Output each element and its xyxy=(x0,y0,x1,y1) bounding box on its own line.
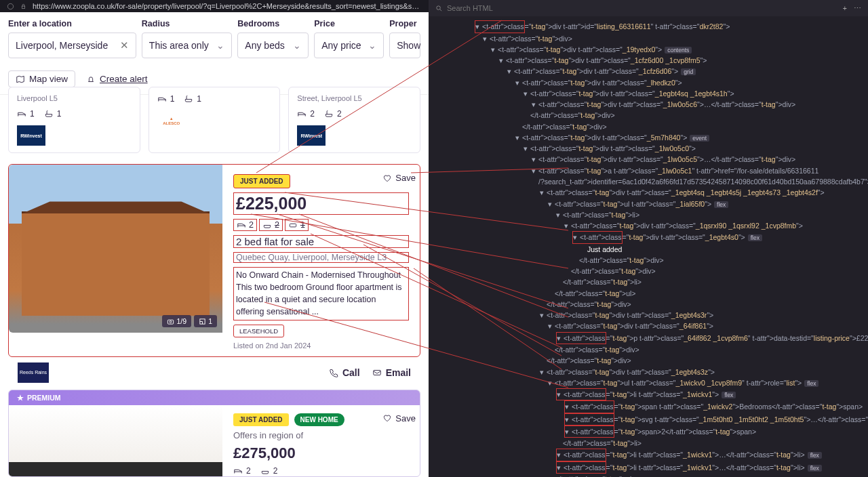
map-icon xyxy=(16,75,25,84)
svg-rect-2 xyxy=(168,320,174,324)
save-button[interactable]: Save xyxy=(382,173,416,183)
heart-icon xyxy=(382,413,392,423)
floorplan-counter: 1 xyxy=(194,315,217,327)
save-button[interactable]: Save xyxy=(382,413,416,423)
premium-badge: ★ PREMIUM xyxy=(9,390,420,405)
camera-icon xyxy=(167,318,174,325)
partial-cards-row: Liverpool L5 1 1 RWinvest 1 1 ▲ALESCO St… xyxy=(0,87,429,157)
listing-card-partial[interactable]: Street, Liverpool L5 2 2 RWinvest xyxy=(288,87,420,153)
new-home-badge: NEW HOME xyxy=(294,413,344,426)
listing-photo[interactable]: 1/9 1 xyxy=(9,165,222,333)
listing-card-partial[interactable]: Liverpool L5 1 1 RWinvest xyxy=(8,87,140,153)
lock-icon xyxy=(20,3,27,10)
bath-icon xyxy=(260,466,270,476)
chevron-down-icon: ⌄ xyxy=(216,40,224,51)
heart-icon xyxy=(382,173,392,183)
chevron-down-icon: ⌄ xyxy=(293,40,301,51)
agent-logo: Reeds Rains xyxy=(18,362,49,383)
search-icon xyxy=(435,5,443,12)
more-icon[interactable]: ⋯ xyxy=(854,3,861,14)
page-url[interactable]: https://www.zoopla.co.uk/for-sale/proper… xyxy=(33,2,422,10)
browser-address-bar: https://www.zoopla.co.uk/for-sale/proper… xyxy=(0,0,429,12)
svg-point-3 xyxy=(170,320,172,323)
svg-rect-5 xyxy=(290,224,296,227)
dom-search-bar: + ⋯ xyxy=(429,0,868,16)
listing-photo[interactable] xyxy=(9,405,222,478)
listing-card-partial[interactable]: 1 1 ▲ALESCO xyxy=(149,87,281,153)
map-view-button[interactable]: Map view xyxy=(8,70,75,87)
chevron-down-icon: ⌄ xyxy=(368,40,376,51)
clear-icon[interactable]: ✕ xyxy=(120,39,129,51)
agent-logo: RWinvest xyxy=(17,125,45,146)
agent-logo: ▲ALESCO xyxy=(157,110,186,131)
tenure-badge: LEASEHOLD xyxy=(233,325,284,337)
agent-logo: RWinvest xyxy=(297,125,326,146)
floorplan-icon xyxy=(199,318,206,325)
type-label: Proper xyxy=(389,19,420,28)
bed-icon xyxy=(297,109,307,119)
svg-point-7 xyxy=(437,5,441,9)
listing-card-highlighted[interactable]: 1/9 1 JUST ADDED Save £225,000 2 2 1 xyxy=(0,157,429,390)
bedrooms-label: Bedrooms xyxy=(237,19,309,28)
bed-icon xyxy=(17,109,26,119)
shield-icon xyxy=(7,3,14,10)
image-counter: 1/9 xyxy=(162,315,191,327)
price-select[interactable]: Any price ⌄ xyxy=(314,33,384,58)
radius-select[interactable]: This area only ⌄ xyxy=(142,33,233,58)
location-input[interactable]: Liverpool, Merseyside ✕ xyxy=(8,33,136,58)
email-button[interactable]: Email xyxy=(372,367,411,378)
room-stats: 2 2 1 xyxy=(233,219,409,231)
dom-tree[interactable]: ▾<t-attr">class="t-tag">div t-attr">id="… xyxy=(429,16,868,477)
listing-price: £225,000 xyxy=(233,192,409,215)
type-select[interactable]: Show xyxy=(389,33,420,58)
sofa-icon xyxy=(288,220,298,230)
devtools-panel[interactable]: + ⋯ ▾<t-attr">class="t-tag">div t-attr">… xyxy=(429,0,868,477)
svg-rect-1 xyxy=(22,6,25,9)
bed-icon xyxy=(157,94,167,104)
bath-icon xyxy=(184,94,193,104)
bed-icon xyxy=(233,466,243,476)
bath-icon xyxy=(262,220,272,230)
price-qualifier: Offers in region of xyxy=(233,430,409,440)
location-label: Enter a location xyxy=(8,19,136,28)
listing-price: £275,000 xyxy=(233,444,409,462)
bedrooms-select[interactable]: Any beds ⌄ xyxy=(237,33,309,58)
price-label: Price xyxy=(314,19,384,28)
mail-icon xyxy=(372,368,382,377)
phone-icon xyxy=(329,368,338,377)
listing-description: No Onward Chain - Modernised Throughout … xyxy=(233,267,409,320)
dom-search-input[interactable] xyxy=(447,4,839,12)
premium-listing-card[interactable]: ★ PREMIUM JUST ADDED NEW HOME Save Offer… xyxy=(8,390,420,478)
just-added-badge: JUST ADDED xyxy=(233,174,290,188)
bed-icon xyxy=(237,220,246,230)
listed-date: Listed on 2nd Jan 2024 xyxy=(233,341,409,350)
search-filters: Enter a location Liverpool, Merseyside ✕… xyxy=(0,12,429,66)
call-button[interactable]: Call xyxy=(329,367,360,378)
svg-rect-6 xyxy=(373,370,380,375)
listing-title: 2 bed flat for sale xyxy=(233,235,409,248)
radius-label: Radius xyxy=(142,19,233,28)
svg-point-0 xyxy=(7,3,13,9)
add-icon[interactable]: + xyxy=(843,3,847,14)
bath-icon xyxy=(324,109,334,119)
listing-address: Quebec Quay, Liverpool, Merseyside L3 xyxy=(233,252,409,263)
create-alert-link[interactable]: Create alert xyxy=(86,74,148,84)
bath-icon xyxy=(44,109,54,119)
just-added-badge: JUST ADDED xyxy=(233,413,289,426)
bell-icon xyxy=(86,75,96,84)
